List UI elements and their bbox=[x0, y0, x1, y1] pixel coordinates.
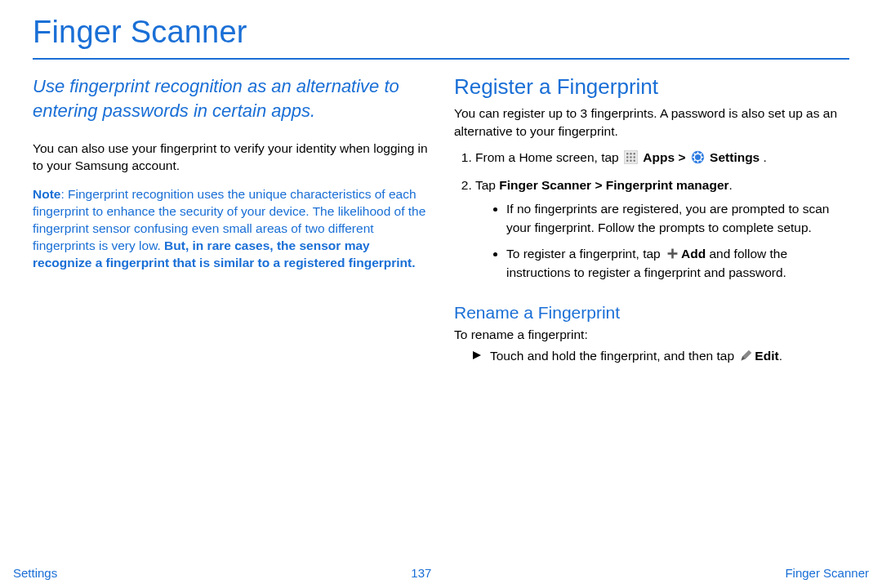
step2-text-c: . bbox=[729, 178, 733, 192]
svg-point-1 bbox=[626, 153, 628, 154]
step1-apps-label: Apps > bbox=[643, 150, 688, 164]
step-1: From a Home screen, tap Apps > bbox=[475, 148, 849, 167]
rename-edit-label: Edit bbox=[755, 349, 778, 363]
svg-point-3 bbox=[634, 153, 635, 154]
step1-settings-label: Settings bbox=[710, 150, 760, 164]
step2-text-a: Tap bbox=[475, 178, 499, 192]
bullet2-add-label: Add bbox=[681, 247, 706, 261]
page: Finger Scanner Use fingerprint recogniti… bbox=[0, 0, 882, 588]
left-column: Use fingerprint recognition as an altern… bbox=[33, 74, 428, 365]
content-columns: Use fingerprint recognition as an altern… bbox=[33, 74, 849, 365]
svg-point-4 bbox=[626, 157, 628, 158]
register-heading: Register a Fingerprint bbox=[454, 74, 849, 100]
intro-text: Use fingerprint recognition as an altern… bbox=[33, 74, 428, 122]
rename-step-b: . bbox=[779, 349, 782, 363]
bullet-no-fingerprints: If no fingerprints are registered, you a… bbox=[506, 200, 849, 237]
triangle-bullet-icon bbox=[472, 347, 482, 365]
title-divider bbox=[33, 58, 849, 60]
apps-grid-icon bbox=[624, 150, 638, 164]
svg-marker-22 bbox=[473, 351, 481, 359]
step1-end: . bbox=[760, 150, 767, 164]
step2-path: Finger Scanner > Fingerprint manager bbox=[499, 178, 728, 192]
page-title: Finger Scanner bbox=[33, 15, 849, 55]
svg-point-8 bbox=[630, 160, 631, 162]
page-footer: Settings 137 Finger Scanner bbox=[0, 566, 882, 580]
plus-icon bbox=[666, 247, 679, 261]
register-intro: You can register up to 3 fingerprints. A… bbox=[454, 105, 849, 140]
note-label: Note bbox=[33, 187, 60, 201]
svg-point-7 bbox=[626, 160, 628, 162]
note-block: Note: Fingerprint recognition uses the u… bbox=[33, 186, 428, 272]
right-column: Register a Fingerprint You can register … bbox=[454, 74, 849, 365]
svg-point-5 bbox=[630, 157, 631, 158]
step2-bullets: If no fingerprints are registered, you a… bbox=[475, 200, 849, 282]
step1-text-a: From a Home screen, tap bbox=[475, 150, 622, 164]
footer-page-number: 137 bbox=[411, 566, 431, 580]
svg-point-6 bbox=[634, 157, 635, 158]
svg-point-9 bbox=[634, 160, 635, 162]
settings-gear-icon bbox=[691, 150, 705, 164]
bullet-register: To register a fingerprint, tap Add and f… bbox=[506, 245, 849, 282]
step-2: Tap Finger Scanner > Fingerprint manager… bbox=[475, 176, 849, 282]
rename-step: Touch and hold the fingerprint, and then… bbox=[472, 347, 849, 365]
left-body: You can also use your fingerprint to ver… bbox=[33, 140, 428, 175]
rename-step-content: Touch and hold the fingerprint, and then… bbox=[490, 347, 782, 365]
footer-left: Settings bbox=[13, 566, 57, 580]
bullet2-text-a: To register a fingerprint, tap bbox=[506, 247, 664, 261]
pencil-edit-icon bbox=[739, 349, 753, 363]
rename-heading: Rename a Fingerprint bbox=[454, 303, 849, 323]
footer-right: Finger Scanner bbox=[785, 566, 869, 580]
rename-intro: To rename a fingerprint: bbox=[454, 326, 849, 344]
register-steps: From a Home screen, tap Apps > bbox=[454, 148, 849, 282]
rename-step-a: Touch and hold the fingerprint, and then… bbox=[490, 349, 737, 363]
svg-point-2 bbox=[630, 153, 631, 154]
